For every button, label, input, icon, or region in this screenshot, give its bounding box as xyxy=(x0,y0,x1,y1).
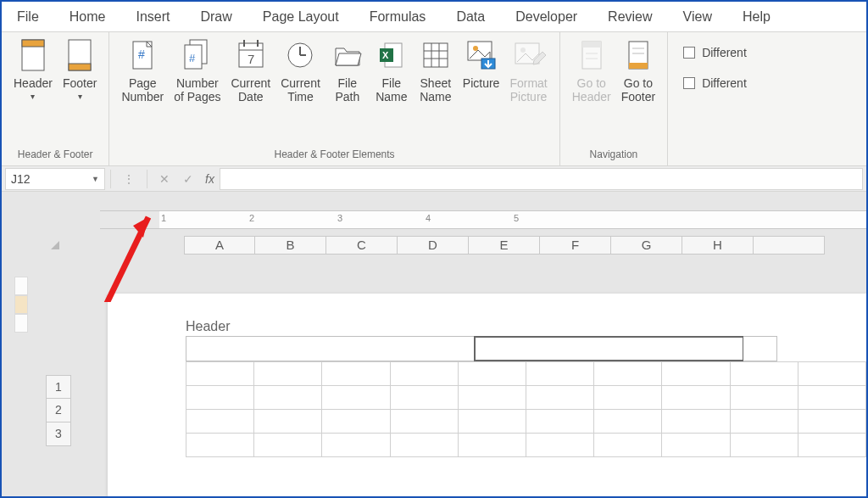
col-header[interactable]: B xyxy=(255,236,326,255)
number-of-pages-icon: # xyxy=(181,37,214,73)
menu-file[interactable]: File xyxy=(2,2,54,32)
menu-bar: File Home Insert Draw Page Layout Formul… xyxy=(2,2,866,32)
header-section[interactable] xyxy=(186,336,866,361)
cancel-formula-button: ✕ xyxy=(153,172,176,186)
col-header[interactable]: F xyxy=(540,236,611,255)
svg-rect-32 xyxy=(582,42,601,48)
sheet-grid-icon xyxy=(419,37,453,73)
clock-icon xyxy=(283,37,317,73)
page-preview: Header xyxy=(108,294,866,498)
svg-rect-25 xyxy=(468,42,492,60)
dots-icon[interactable]: ⋮ xyxy=(116,172,142,186)
col-header[interactable]: H xyxy=(682,236,754,255)
go-to-header-icon xyxy=(575,37,609,73)
checkbox-icon xyxy=(683,47,695,59)
menu-developer[interactable]: Developer xyxy=(500,2,593,32)
row-header[interactable]: 2 xyxy=(46,399,71,422)
folder-open-icon xyxy=(331,37,364,73)
format-picture-button: FormatPicture xyxy=(504,37,552,104)
row-strip xyxy=(14,277,28,333)
formula-input[interactable] xyxy=(220,168,863,190)
column-headers: A B C D E F G H xyxy=(184,236,825,255)
ribbon-group-options: Different Different xyxy=(668,32,757,165)
select-all-triangle[interactable] xyxy=(44,234,61,251)
header-button[interactable]: Header ▾ xyxy=(8,37,58,101)
menu-data[interactable]: Data xyxy=(441,2,500,32)
svg-rect-36 xyxy=(629,63,648,69)
menu-draw[interactable]: Draw xyxy=(185,2,247,32)
col-header[interactable]: A xyxy=(184,236,255,255)
horizontal-ruler: 1 2 3 4 5 xyxy=(100,210,866,229)
go-to-header-button: Go toHeader xyxy=(567,37,616,104)
menu-home[interactable]: Home xyxy=(54,2,121,32)
menu-formulas[interactable]: Formulas xyxy=(354,2,442,32)
fx-icon[interactable]: fx xyxy=(200,172,220,186)
ribbon: Header ▾ Footer ▾ Header & Footer # Page… xyxy=(2,32,866,166)
different-first-checkbox[interactable]: Different xyxy=(683,46,747,59)
enter-formula-button: ✓ xyxy=(176,172,200,186)
checkbox-icon xyxy=(683,77,695,89)
col-header[interactable]: C xyxy=(326,236,398,255)
chevron-down-icon: ▾ xyxy=(31,92,35,101)
svg-rect-20 xyxy=(424,43,448,67)
row-header[interactable]: 1 xyxy=(46,375,71,399)
header-label: Header xyxy=(186,319,866,334)
svg-text:X: X xyxy=(382,50,389,60)
picture-button[interactable]: Picture xyxy=(458,37,505,90)
current-time-button[interactable]: CurrentTime xyxy=(275,37,326,104)
excel-file-icon: X xyxy=(375,37,409,73)
menu-review[interactable]: Review xyxy=(593,2,667,32)
chevron-down-icon: ▼ xyxy=(92,175,99,183)
footer-icon xyxy=(63,37,97,73)
file-path-button[interactable]: FilePath xyxy=(326,37,370,104)
page-number-icon: # xyxy=(125,37,159,73)
menu-insert[interactable]: Insert xyxy=(120,2,185,32)
calendar-icon: 7 xyxy=(234,37,268,73)
ribbon-group-navigation: Go toHeader Go toFooter Navigation xyxy=(560,32,668,165)
col-header[interactable]: G xyxy=(611,236,682,255)
format-picture-icon xyxy=(512,37,546,73)
different-odd-even-checkbox[interactable]: Different xyxy=(683,76,747,90)
header-center[interactable] xyxy=(474,336,743,361)
name-box[interactable]: J12 ▼ xyxy=(5,168,105,190)
ribbon-group-elements: # PageNumber # Numberof Pages 7 CurrentD… xyxy=(109,32,559,165)
page-number-button[interactable]: # PageNumber xyxy=(116,37,169,104)
sheet-name-button[interactable]: SheetName xyxy=(414,37,458,104)
col-header[interactable]: D xyxy=(398,236,469,255)
menu-view[interactable]: View xyxy=(668,2,727,32)
formula-bar: J12 ▼ ⋮ ✕ ✓ fx xyxy=(2,166,866,192)
number-of-pages-button[interactable]: # Numberof Pages xyxy=(169,37,225,104)
file-name-button[interactable]: X FileName xyxy=(370,37,414,104)
svg-text:#: # xyxy=(189,52,196,64)
cell-grid[interactable] xyxy=(186,361,866,457)
col-header[interactable] xyxy=(754,236,825,255)
current-date-button[interactable]: 7 CurrentDate xyxy=(225,37,275,104)
header-icon xyxy=(16,37,50,73)
col-header[interactable]: E xyxy=(469,236,540,255)
worksheet-area: 1 2 3 4 5 A B C D E F G H 1 2 3 Header xyxy=(2,192,866,498)
go-to-footer-button[interactable]: Go toFooter xyxy=(616,37,660,104)
svg-text:#: # xyxy=(138,48,145,61)
ribbon-group-header-footer: Header ▾ Footer ▾ Header & Footer xyxy=(2,32,109,165)
svg-rect-1 xyxy=(22,40,44,47)
menu-page-layout[interactable]: Page Layout xyxy=(248,2,354,32)
svg-point-30 xyxy=(520,48,526,53)
picture-icon xyxy=(465,37,498,73)
svg-text:7: 7 xyxy=(248,52,254,66)
go-to-footer-icon xyxy=(621,37,655,73)
svg-rect-3 xyxy=(69,64,91,70)
row-headers: 1 2 3 xyxy=(46,375,71,446)
footer-button[interactable]: Footer ▾ xyxy=(58,37,102,101)
row-header[interactable]: 3 xyxy=(46,422,71,446)
header-left[interactable] xyxy=(186,336,474,361)
chevron-down-icon: ▾ xyxy=(78,92,82,101)
svg-point-26 xyxy=(473,46,478,51)
menu-help[interactable]: Help xyxy=(727,2,786,32)
svg-line-39 xyxy=(99,217,148,302)
header-right[interactable] xyxy=(743,336,777,361)
